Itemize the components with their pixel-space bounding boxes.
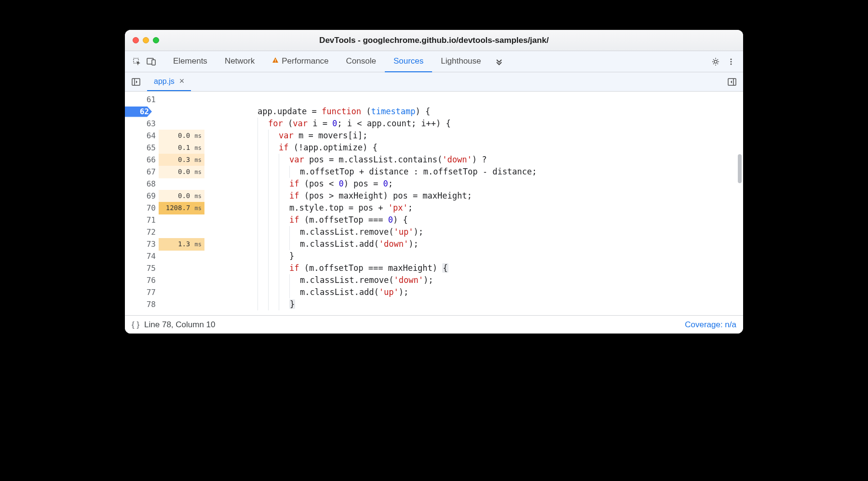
tab-network[interactable]: Network (216, 51, 263, 72)
tab-console[interactable]: Console (338, 51, 385, 72)
line-number: 68 (133, 178, 159, 190)
svg-rect-4 (275, 62, 276, 62)
code-line[interactable]: if (pos < 0) pos = 0; (258, 178, 743, 190)
line-timing: 0.3 ms (159, 154, 204, 166)
line-number: 72 (133, 226, 159, 238)
gutter-row[interactable]: 76 (125, 274, 204, 286)
gutter-row[interactable]: 61 (125, 94, 204, 106)
svg-point-6 (731, 58, 732, 60)
gutter-row[interactable]: 660.3 ms (125, 154, 204, 166)
inspect-element-icon[interactable] (130, 54, 144, 69)
tab-label: Lighthouse (441, 56, 481, 66)
svg-point-7 (731, 61, 732, 62)
svg-rect-2 (152, 60, 155, 65)
tab-label: Elements (173, 56, 207, 66)
main-tabs: ElementsNetworkPerformanceConsoleSources… (164, 51, 490, 72)
gutter-row[interactable]: 701208.7 ms (125, 202, 204, 214)
code-line[interactable]: } (258, 250, 743, 262)
line-number: 63 (133, 118, 159, 130)
code-line[interactable]: app.update = function (timestamp) { (258, 106, 743, 118)
code-editor[interactable]: 616263640.0 ms650.1 ms660.3 ms670.0 ms68… (125, 92, 743, 315)
svg-point-8 (731, 63, 732, 65)
code-line[interactable]: m.classList.remove('up'); (258, 226, 743, 238)
code-line[interactable]: m.classList.remove('down'); (258, 274, 743, 286)
code-line[interactable]: if (pos > maxHeight) pos = maxHeight; (258, 190, 743, 202)
code-line[interactable]: var m = movers[i]; (258, 130, 743, 142)
code-line[interactable]: if (m.offsetTop === 0) { (258, 214, 743, 226)
device-mode-icon[interactable] (144, 54, 159, 69)
scrollbar-thumb[interactable] (738, 154, 742, 183)
cursor-position: Line 78, Column 10 (144, 320, 215, 330)
line-timing: 0.0 ms (159, 190, 204, 202)
settings-gear-icon[interactable] (708, 54, 723, 69)
code-line[interactable]: var pos = m.classList.contains('down') ? (258, 154, 743, 166)
gutter-row[interactable]: 78 (125, 298, 204, 310)
code-line[interactable]: if (m.offsetTop === maxHeight) { (258, 262, 743, 274)
line-number: 61 (133, 94, 159, 106)
line-number: 66 (133, 154, 159, 166)
svg-point-5 (714, 60, 717, 63)
line-number: 78 (133, 298, 159, 310)
tab-performance[interactable]: Performance (263, 51, 337, 72)
line-number: 65 (133, 142, 159, 154)
line-number: 73 (133, 238, 159, 250)
line-number: 71 (133, 214, 159, 226)
line-number: 69 (133, 190, 159, 202)
svg-rect-3 (275, 59, 276, 61)
code-line[interactable]: } (258, 298, 743, 310)
code-line[interactable]: m.offsetTop + distance : m.offsetTop - d… (258, 166, 743, 178)
breakpoint-marker[interactable]: 62 (125, 106, 204, 118)
gutter-row[interactable]: 72 (125, 226, 204, 238)
gutter-row[interactable]: 63 (125, 118, 204, 130)
gutter-row[interactable]: 650.1 ms (125, 142, 204, 154)
close-tab-icon[interactable]: × (179, 76, 185, 86)
tab-label: Network (225, 56, 255, 66)
left-pane-toggle-icon[interactable] (128, 72, 144, 91)
sources-subbar: app.js × (125, 72, 743, 92)
tab-elements[interactable]: Elements (164, 51, 216, 72)
close-window-button[interactable] (133, 37, 139, 43)
line-number: 70 (133, 202, 159, 214)
gutter-row[interactable]: 640.0 ms (125, 130, 204, 142)
file-tab-label: app.js (154, 77, 175, 86)
tab-label: Sources (393, 56, 423, 66)
line-gutter[interactable]: 616263640.0 ms650.1 ms660.3 ms670.0 ms68… (125, 92, 204, 315)
code-area[interactable]: app.update = function (timestamp) {for (… (204, 92, 743, 315)
code-line[interactable]: m.classList.add('up'); (258, 286, 743, 298)
more-tabs-icon[interactable] (492, 54, 506, 69)
traffic-lights (133, 37, 159, 43)
line-number: 77 (133, 286, 159, 298)
gutter-row[interactable]: 77 (125, 286, 204, 298)
tab-label: Console (346, 56, 376, 66)
minimize-window-button[interactable] (143, 37, 149, 43)
code-line[interactable]: m.style.top = pos + 'px'; (258, 202, 743, 214)
coverage-link[interactable]: Coverage: n/a (685, 320, 736, 330)
kebab-menu-icon[interactable] (724, 54, 738, 69)
main-toolbar: ElementsNetworkPerformanceConsoleSources… (125, 51, 743, 72)
tab-sources[interactable]: Sources (385, 51, 432, 72)
code-line[interactable]: if (!app.optimize) { (258, 142, 743, 154)
code-line[interactable] (258, 94, 743, 106)
pretty-print-icon[interactable]: { } (132, 320, 139, 330)
file-tab[interactable]: app.js × (147, 72, 191, 91)
code-line[interactable]: m.classList.add('down'); (258, 238, 743, 250)
titlebar: DevTools - googlechrome.github.io/devtoo… (125, 30, 743, 51)
gutter-row[interactable]: 670.0 ms (125, 166, 204, 178)
warning-icon (272, 57, 279, 65)
line-timing: 1.3 ms (159, 238, 204, 251)
gutter-row[interactable]: 68 (125, 178, 204, 190)
zoom-window-button[interactable] (153, 37, 159, 43)
line-timing: 0.0 ms (159, 166, 204, 178)
code-line[interactable]: for (var i = 0; i < app.count; i++) { (258, 118, 743, 130)
gutter-row[interactable]: 71 (125, 214, 204, 226)
gutter-row[interactable]: 74 (125, 250, 204, 262)
tab-lighthouse[interactable]: Lighthouse (432, 51, 489, 72)
line-timing: 0.1 ms (159, 142, 204, 154)
line-number: 76 (133, 274, 159, 286)
gutter-row[interactable]: 731.3 ms (125, 238, 204, 250)
gutter-row[interactable]: 690.0 ms (125, 190, 204, 202)
gutter-row[interactable]: 75 (125, 262, 204, 274)
right-pane-toggle-icon[interactable] (724, 72, 740, 91)
line-timing: 0.0 ms (159, 130, 204, 142)
line-number: 75 (133, 262, 159, 274)
